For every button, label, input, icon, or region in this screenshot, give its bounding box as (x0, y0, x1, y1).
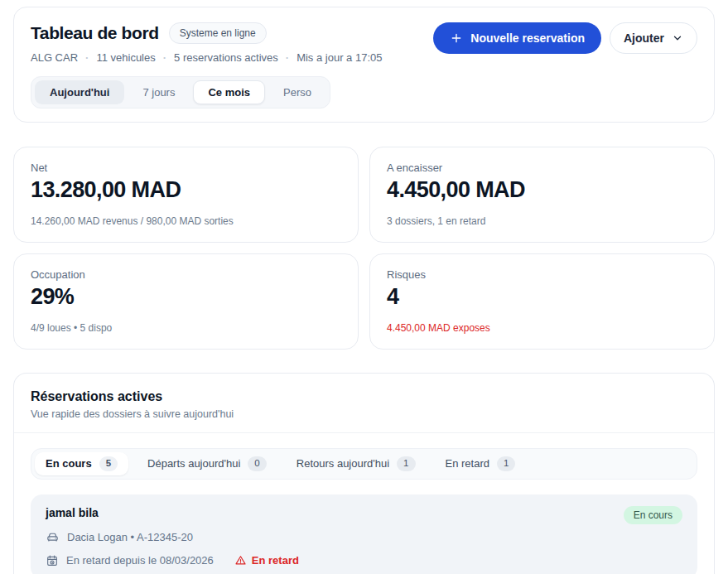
meta-active-reservations: 5 reservations actives (156, 51, 278, 64)
date-info-label: En retard depuis le 08/03/2026 (66, 554, 214, 567)
stat-value: 13.280,00 MAD (31, 177, 341, 203)
calendar-clock-icon (46, 554, 59, 567)
reservations-body: En cours 5 Départs aujourd'hui 0 Retours… (14, 433, 714, 574)
filter-tab-label: En retard (446, 457, 489, 470)
period-tab-custom[interactable]: Perso (268, 80, 326, 104)
overdue-alert: En retard (234, 554, 299, 567)
vehicle-label: Dacia Logan • A-12345-20 (67, 531, 193, 543)
filter-tab-label: En cours (46, 457, 92, 470)
customer-name: jamal bila (46, 506, 99, 519)
meta-company: ALG CAR (31, 51, 78, 64)
filter-count-badge: 5 (99, 456, 118, 471)
period-tabs: Aujourd'hui 7 jours Ce mois Perso (31, 76, 330, 109)
overdue-alert-label: En retard (252, 554, 299, 567)
stats-grid: Net 13.280,00 MAD 14.260,00 MAD revenus … (13, 147, 715, 350)
period-tab-this-month[interactable]: Ce mois (193, 80, 265, 104)
add-dropdown-button[interactable]: Ajouter (610, 22, 697, 54)
reservation-card[interactable]: jamal bila En cours Dacia Logan • A-1234… (31, 494, 697, 574)
new-reservation-label: Nouvelle reservation (470, 31, 585, 45)
filter-count-badge: 1 (397, 456, 415, 471)
filter-tab-en-cours[interactable]: En cours 5 (35, 452, 128, 475)
period-tab-today[interactable]: Aujourd'hui (35, 80, 124, 104)
stat-subtext: 4/9 loues • 5 dispo (31, 322, 341, 334)
title-row: Tableau de bord Systeme en ligne (31, 22, 383, 44)
warning-triangle-icon (234, 554, 247, 567)
stat-card-risques: Risques 4 4.450,00 MAD exposes (369, 253, 715, 350)
dates-row: En retard depuis le 08/03/2026 En retard (46, 554, 682, 567)
filter-tab-label: Retours aujourd'hui (297, 457, 389, 470)
stat-label: Net (31, 162, 341, 174)
vehicle-row: Dacia Logan • A-12345-20 (46, 530, 682, 544)
header-top: Tableau de bord Systeme en ligne ALG CAR… (31, 22, 697, 64)
stat-label: Risques (387, 268, 697, 281)
stat-value: 4.450,00 MAD (387, 177, 697, 203)
plus-icon (450, 31, 463, 45)
meta-vehicles: 11 vehicules (78, 51, 156, 64)
reservations-title: Réservations actives (31, 389, 697, 404)
reservation-status-badge: En cours (624, 506, 682, 524)
stat-subtext: 14.260,00 MAD revenus / 980,00 MAD sorti… (31, 215, 341, 227)
add-dropdown-label: Ajouter (624, 31, 664, 45)
header-left: Tableau de bord Systeme en ligne ALG CAR… (31, 22, 383, 64)
reservations-header: Réservations actives Vue rapide des doss… (14, 374, 714, 433)
filter-tab-label: Départs aujourd'hui (147, 457, 240, 470)
reservation-card-top: jamal bila En cours (46, 506, 682, 524)
period-tab-7days[interactable]: 7 jours (128, 80, 190, 104)
stat-subtext-risk: 4.450,00 MAD exposes (387, 322, 697, 334)
reservation-filter-tabs: En cours 5 Départs aujourd'hui 0 Retours… (31, 448, 697, 480)
stat-card-occupation: Occupation 29% 4/9 loues • 5 dispo (13, 253, 359, 350)
stat-value: 4 (387, 284, 697, 310)
header-actions: Nouvelle reservation Ajouter (433, 22, 697, 54)
status-badge: Systeme en ligne (169, 22, 267, 44)
dashboard-page: { "header": { "title": "Tableau de bord"… (0, 0, 728, 574)
page-title: Tableau de bord (31, 23, 159, 43)
chevron-down-icon (672, 32, 683, 44)
filter-count-badge: 1 (497, 456, 515, 471)
stat-card-net: Net 13.280,00 MAD 14.260,00 MAD revenus … (13, 147, 359, 243)
reservations-section: Réservations actives Vue rapide des doss… (13, 373, 715, 574)
reservations-subtitle: Vue rapide des dossiers à suivre aujourd… (31, 408, 697, 420)
filter-tab-retours[interactable]: Retours aujourd'hui 1 (286, 452, 427, 475)
filter-tab-departs[interactable]: Départs aujourd'hui 0 (137, 452, 277, 475)
new-reservation-button[interactable]: Nouvelle reservation (433, 22, 601, 54)
stat-label: A encaisser (387, 162, 697, 174)
stat-value: 29% (31, 284, 341, 310)
stat-subtext: 3 dossiers, 1 en retard (387, 215, 697, 227)
meta-last-updated: Mis a jour a 17:05 (278, 51, 383, 64)
filter-count-badge: 0 (248, 456, 266, 471)
stat-card-a-encaisser: A encaisser 4.450,00 MAD 3 dossiers, 1 e… (369, 147, 715, 243)
stat-label: Occupation (31, 268, 341, 281)
car-icon (46, 530, 60, 544)
header-card: Tableau de bord Systeme en ligne ALG CAR… (13, 7, 715, 123)
filter-tab-en-retard[interactable]: En retard 1 (435, 452, 527, 475)
breadcrumb-meta: ALG CAR 11 vehicules 5 reservations acti… (31, 51, 383, 64)
